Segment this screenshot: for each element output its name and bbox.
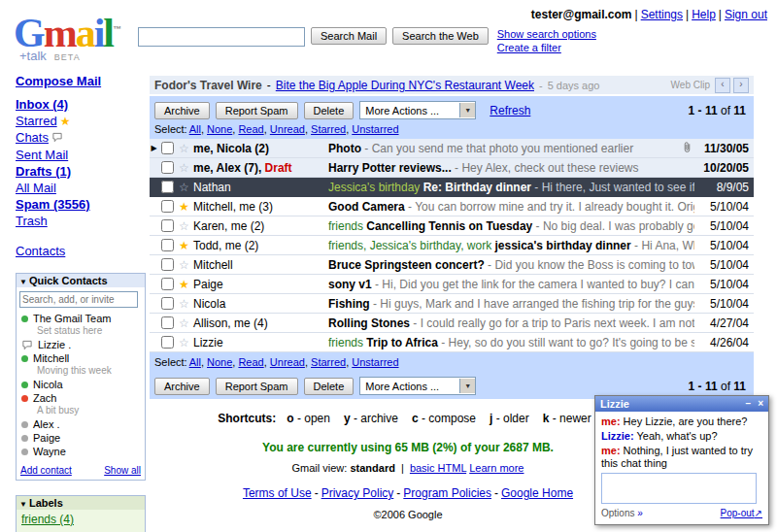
contact-row[interactable]: Mitchell xyxy=(17,351,145,365)
row-checkbox[interactable] xyxy=(161,161,174,174)
star-empty-icon[interactable]: ☆ xyxy=(177,316,191,330)
mail-row[interactable]: ☆NicolaFishing - Hi guys, Mark and I hav… xyxy=(150,294,754,314)
sidebar-link-spam-3556[interactable]: Spam (3556) xyxy=(16,197,90,212)
select-unstarred-link[interactable]: Unstarred xyxy=(352,123,398,135)
star-filled-icon[interactable]: ★ xyxy=(177,200,191,214)
more-actions-dropdown[interactable]: More Actions ...▼ xyxy=(359,101,476,119)
sidebar-link-inbox-4[interactable]: Inbox (4) xyxy=(16,97,68,112)
mail-row[interactable]: ★Paigesony v1 - Hi, Did you get the link… xyxy=(150,275,754,294)
star-empty-icon[interactable]: ☆ xyxy=(177,258,191,272)
webclip-next-button[interactable]: › xyxy=(733,78,749,93)
report-spam-button[interactable]: Report Spam xyxy=(216,378,298,395)
select-unread-link[interactable]: Unread xyxy=(270,356,305,368)
delete-button[interactable]: Delete xyxy=(304,378,355,395)
basic-html-link[interactable]: basic HTML xyxy=(410,462,466,474)
mail-row[interactable]: ★Todd, me (2)friends, Jessica's birthday… xyxy=(150,236,754,255)
mail-row[interactable]: ▶☆me, Nicola (2)Photo - Can you send me … xyxy=(150,139,754,158)
search-mail-button[interactable]: Search Mail xyxy=(311,27,387,45)
star-filled-icon[interactable]: ★ xyxy=(177,239,191,252)
select-unstarred-link[interactable]: Unstarred xyxy=(352,356,398,368)
refresh-link[interactable]: Refresh xyxy=(490,104,530,117)
chat-contact-name: Lizzie xyxy=(600,398,629,410)
sidebar-link-drafts-1[interactable]: Drafts (1) xyxy=(16,164,71,179)
contact-row[interactable]: Nicola xyxy=(17,378,145,391)
sidebar-link-sent-mail[interactable]: Sent Mail xyxy=(16,148,68,162)
row-checkbox[interactable] xyxy=(161,278,174,290)
star-empty-icon[interactable]: ☆ xyxy=(177,161,191,175)
archive-button[interactable]: Archive xyxy=(154,102,210,119)
show-search-options-link[interactable]: Show search options xyxy=(497,27,596,41)
report-spam-button[interactable]: Report Spam xyxy=(216,102,298,119)
label-friends-4-link[interactable]: friends (4) xyxy=(21,513,74,526)
add-contact-link[interactable]: Add contact xyxy=(20,465,72,476)
delete-button[interactable]: Delete xyxy=(304,102,355,119)
close-icon[interactable]: × xyxy=(758,399,763,409)
mail-row[interactable]: ☆MitchellBruce Springsteen concert? - Di… xyxy=(150,255,754,275)
row-checkbox[interactable] xyxy=(161,297,174,310)
sidebar-link-starred[interactable]: Starred xyxy=(16,114,57,128)
webclip-prev-button[interactable]: ‹ xyxy=(715,78,730,93)
row-checkbox[interactable] xyxy=(161,200,174,213)
help-link[interactable]: Help xyxy=(692,8,716,21)
archive-button[interactable]: Archive xyxy=(154,378,210,395)
sidebar-link-chats[interactable]: Chats xyxy=(16,130,49,145)
search-input[interactable] xyxy=(138,27,305,47)
terms-of-use-link[interactable]: Terms of Use xyxy=(243,486,312,500)
mail-row[interactable]: ☆Karen, me (2)friends Cancelling Tennis … xyxy=(150,216,754,236)
contact-row[interactable]: Zach xyxy=(17,391,145,405)
mail-row[interactable]: ☆me, Alex (7), DraftHarry Potter reviews… xyxy=(150,158,754,178)
star-empty-icon[interactable]: ☆ xyxy=(177,181,191,194)
more-actions-dropdown[interactable]: More Actions ...▼ xyxy=(359,377,476,395)
select-starred-link[interactable]: Starred xyxy=(311,123,346,135)
star-empty-icon[interactable]: ☆ xyxy=(177,142,191,155)
shortcuts-label: Shortcuts: xyxy=(218,412,276,425)
contacts-link[interactable]: Contacts xyxy=(16,244,65,258)
sidebar-link-trash[interactable]: Trash xyxy=(16,214,48,228)
row-checkbox[interactable] xyxy=(161,239,174,251)
compose-mail-link[interactable]: Compose Mail xyxy=(16,74,101,88)
quick-contacts-header[interactable]: ▼Quick Contacts xyxy=(17,274,145,287)
search-web-button[interactable]: Search the Web xyxy=(392,27,489,45)
select-unread-link[interactable]: Unread xyxy=(270,123,305,135)
mail-row[interactable]: ☆NathanJessica's birthday Re: Birthday d… xyxy=(150,178,754,197)
subject-text: jessica's birthday dinner xyxy=(494,239,630,252)
learn-more-link[interactable]: Learn more xyxy=(469,462,524,474)
row-checkbox[interactable] xyxy=(161,258,174,271)
select-none-link[interactable]: None xyxy=(207,123,232,135)
row-checkbox[interactable] xyxy=(161,142,174,154)
chat-titlebar[interactable]: Lizzie – × xyxy=(595,396,768,412)
mail-row[interactable]: ☆Allison, me (4)Rolling Stones - I could… xyxy=(150,314,754,333)
subject-cell: Good Camera - You can borrow mine and tr… xyxy=(325,200,694,214)
sidebar-link-all-mail[interactable]: All Mail xyxy=(16,181,56,195)
minimize-icon[interactable]: – xyxy=(746,399,752,409)
google-home-link[interactable]: Google Home xyxy=(501,486,573,500)
webclip-headline-link[interactable]: Bite the Big Apple During NYC's Restaura… xyxy=(276,79,534,92)
sign-out-link[interactable]: Sign out xyxy=(725,8,767,21)
star-empty-icon[interactable]: ☆ xyxy=(177,297,191,311)
star-empty-icon[interactable]: ☆ xyxy=(177,219,191,233)
select-starred-link[interactable]: Starred xyxy=(311,356,346,368)
row-checkbox[interactable] xyxy=(161,181,174,193)
select-all-link[interactable]: All xyxy=(189,123,201,135)
select-none-link[interactable]: None xyxy=(207,356,232,368)
chat-input[interactable] xyxy=(601,473,757,504)
chat-popout-link[interactable]: Pop-out↗ xyxy=(721,508,762,518)
mail-row[interactable]: ★Mitchell, me (3)Good Camera - You can b… xyxy=(150,197,754,216)
privacy-policy-link[interactable]: Privacy Policy xyxy=(321,486,394,500)
row-checkbox[interactable] xyxy=(161,316,174,329)
star-empty-icon[interactable]: ☆ xyxy=(177,336,191,349)
star-filled-icon[interactable]: ★ xyxy=(177,278,191,291)
row-checkbox[interactable] xyxy=(161,336,174,349)
create-filter-link[interactable]: Create a filter xyxy=(497,41,596,54)
select-read-link[interactable]: Read xyxy=(238,356,263,368)
program-policies-link[interactable]: Program Policies xyxy=(403,486,491,500)
select-read-link[interactable]: Read xyxy=(238,123,263,135)
contact-row[interactable]: The Gmail Team xyxy=(17,312,145,325)
contact-search-input[interactable] xyxy=(19,291,138,308)
settings-link[interactable]: Settings xyxy=(641,8,683,21)
select-all-link[interactable]: All xyxy=(189,356,201,368)
chat-options-link[interactable]: Options » xyxy=(601,508,643,518)
contact-row[interactable]: Lizzie . xyxy=(17,338,145,351)
mail-row[interactable]: ☆Lizziefriends Trip to Africa - Hey, so … xyxy=(150,333,754,352)
row-checkbox[interactable] xyxy=(161,219,174,232)
